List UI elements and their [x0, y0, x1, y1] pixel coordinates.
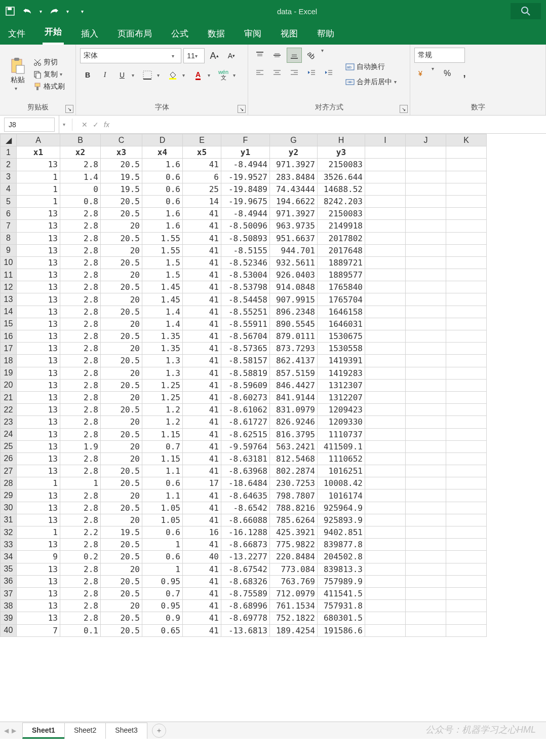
cell[interactable] — [446, 232, 487, 244]
cell[interactable]: 1.3 — [142, 355, 183, 367]
cell[interactable]: 1.15 — [142, 428, 183, 440]
wrap-text-button[interactable]: ab自动换行 — [342, 61, 403, 72]
row-header-7[interactable]: 7 — [1, 220, 17, 232]
cell[interactable]: 20.5 — [101, 306, 142, 318]
cell[interactable]: 19.5 — [101, 526, 142, 539]
cell[interactable] — [406, 330, 446, 343]
cell[interactable] — [446, 612, 487, 624]
redo-dropdown-icon[interactable]: ▾ — [66, 9, 69, 14]
cell[interactable]: 20.5 — [101, 232, 142, 244]
row-header-6[interactable]: 6 — [1, 208, 17, 220]
cell[interactable]: 752.1822 — [270, 612, 318, 624]
cell[interactable]: 20 — [101, 600, 142, 612]
sheet-nav-next-icon[interactable]: ▶ — [12, 727, 16, 734]
cell[interactable] — [446, 330, 487, 343]
cell[interactable] — [406, 379, 446, 391]
cell[interactable]: 1016251 — [318, 465, 365, 477]
cell[interactable]: 2.8 — [60, 575, 101, 587]
cell[interactable]: 41 — [183, 318, 221, 330]
cell[interactable]: 2.8 — [60, 281, 101, 293]
cell[interactable] — [365, 404, 406, 416]
cell[interactable]: 1.25 — [142, 379, 183, 391]
cell[interactable]: 13 — [17, 539, 60, 551]
cell[interactable]: 1.1 — [142, 465, 183, 477]
cell[interactable]: -8.5155 — [221, 244, 270, 256]
cell[interactable]: -8.68996 — [221, 600, 270, 612]
cut-button[interactable]: 剪切 — [33, 58, 66, 67]
cell[interactable] — [365, 171, 406, 183]
bold-button[interactable]: B — [80, 67, 95, 83]
tab-help[interactable]: 帮助 — [315, 23, 336, 45]
cell[interactable]: 846.4427 — [270, 379, 318, 391]
row-header-28[interactable]: 28 — [1, 477, 17, 489]
col-header-I[interactable]: I — [365, 134, 406, 146]
cell[interactable]: 41 — [183, 575, 221, 587]
cell[interactable]: 13 — [17, 208, 60, 220]
cell[interactable] — [406, 391, 446, 403]
cell[interactable] — [406, 416, 446, 428]
sheet-tab-sheet3[interactable]: Sheet3 — [105, 723, 147, 739]
cell[interactable] — [406, 281, 446, 293]
cell[interactable]: -8.58157 — [221, 355, 270, 367]
cell[interactable]: -8.53798 — [221, 281, 270, 293]
cell[interactable]: -8.61062 — [221, 404, 270, 416]
row-header-1[interactable]: 1 — [1, 146, 17, 159]
cell[interactable]: 41 — [183, 306, 221, 318]
cell[interactable]: 0.95 — [142, 600, 183, 612]
cell[interactable] — [365, 146, 406, 159]
cell[interactable]: -18.6484 — [221, 477, 270, 489]
cell[interactable]: -8.52346 — [221, 256, 270, 269]
cell[interactable]: 1.55 — [142, 244, 183, 256]
cell[interactable]: 1.5 — [142, 256, 183, 269]
cell[interactable]: 41 — [183, 293, 221, 306]
cell[interactable] — [406, 575, 446, 587]
cell[interactable] — [446, 208, 487, 220]
cell[interactable] — [406, 624, 446, 636]
cell[interactable] — [406, 269, 446, 281]
cell[interactable]: 13 — [17, 489, 60, 502]
cell[interactable]: 1889577 — [318, 269, 365, 281]
undo-icon[interactable] — [22, 6, 32, 16]
font-dialog-launcher[interactable]: ↘ — [238, 105, 246, 113]
cell[interactable]: 20 — [101, 391, 142, 403]
cell[interactable]: 1.6 — [142, 220, 183, 232]
cell[interactable] — [365, 391, 406, 403]
cell[interactable]: 13 — [17, 367, 60, 379]
tab-file[interactable]: 文件 — [6, 23, 27, 45]
cell[interactable]: 20.5 — [101, 208, 142, 220]
cell[interactable] — [406, 232, 446, 244]
cell[interactable]: 20.5 — [101, 612, 142, 624]
cell[interactable]: -8.58819 — [221, 367, 270, 379]
cell[interactable]: 41 — [183, 489, 221, 502]
cell[interactable] — [406, 551, 446, 563]
cell[interactable]: 932.5611 — [270, 256, 318, 269]
cell[interactable]: 1.05 — [142, 514, 183, 526]
cell[interactable]: 944.701 — [270, 244, 318, 256]
cell[interactable]: 2.8 — [60, 404, 101, 416]
cell[interactable] — [446, 379, 487, 391]
cell[interactable]: 41 — [183, 232, 221, 244]
cell[interactable]: 13 — [17, 391, 60, 403]
cell[interactable] — [406, 502, 446, 514]
cell[interactable]: 41 — [183, 514, 221, 526]
cell[interactable] — [365, 208, 406, 220]
cell[interactable] — [365, 195, 406, 207]
cell[interactable]: 41 — [183, 624, 221, 636]
cell[interactable]: 2.8 — [60, 220, 101, 232]
cell[interactable] — [446, 183, 487, 195]
cell[interactable] — [365, 514, 406, 526]
cell[interactable]: 1312307 — [318, 379, 365, 391]
cell[interactable]: 41 — [183, 244, 221, 256]
cell[interactable]: 1.35 — [142, 330, 183, 343]
cell[interactable] — [406, 220, 446, 232]
cell[interactable]: 13 — [17, 452, 60, 465]
row-header-39[interactable]: 39 — [1, 612, 17, 624]
row-header-15[interactable]: 15 — [1, 318, 17, 330]
cell[interactable]: 2.8 — [60, 269, 101, 281]
cell[interactable]: 20.5 — [101, 477, 142, 489]
cell[interactable] — [406, 256, 446, 269]
cell[interactable]: 773.084 — [270, 563, 318, 575]
cell[interactable]: y2 — [270, 146, 318, 159]
cell[interactable]: x2 — [60, 146, 101, 159]
cell[interactable]: 13 — [17, 514, 60, 526]
